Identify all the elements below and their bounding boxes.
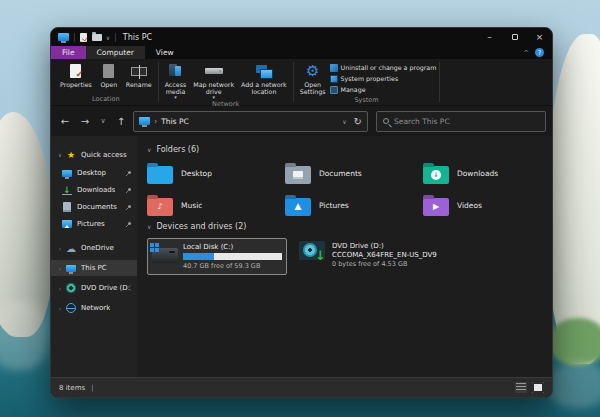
collapse-ribbon-icon[interactable]: ^ — [523, 49, 529, 57]
qat-dropdown-icon[interactable]: ∨ — [106, 34, 110, 41]
add-network-location-icon — [256, 63, 272, 79]
pin-icon[interactable] — [125, 170, 132, 177]
sidebar-item-this-pc[interactable]: › This PC — [51, 260, 137, 276]
explorer-body: ∨ ★ Quick access Desktop ↓ Downloads Doc… — [51, 136, 552, 377]
manage-icon — [330, 86, 338, 94]
maximize-button[interactable] — [502, 28, 527, 46]
disk-used-segment — [183, 253, 214, 260]
tab-view[interactable]: View — [145, 46, 185, 59]
window-title: This PC — [123, 33, 152, 42]
titlebar-separator: | — [73, 33, 76, 42]
breadcrumb-this-pc[interactable]: This PC — [161, 117, 188, 126]
add-network-location-button[interactable]: Add a network location — [238, 61, 290, 95]
rename-button[interactable]: Rename — [123, 61, 155, 88]
sidebar-item-pictures[interactable]: Pictures — [51, 216, 137, 232]
uninstall-program-button[interactable]: Uninstall or change a program — [330, 63, 437, 72]
close-button[interactable]: × — [527, 28, 552, 46]
ribbon-separator — [293, 62, 294, 102]
search-input[interactable] — [394, 117, 539, 126]
up-button[interactable]: ↑ — [113, 116, 129, 127]
desktop-folder-icon — [147, 166, 173, 184]
folder-tile-music[interactable]: ♪ Music — [147, 193, 285, 218]
ribbon-separator — [158, 62, 159, 102]
ribbon-group-network: Access media ▾ Map network drive ▾ Add a… — [160, 59, 292, 105]
help-icon[interactable]: ? — [535, 48, 544, 57]
collapse-section-icon[interactable]: ∨ — [147, 146, 151, 153]
group-label-system: System — [297, 95, 437, 106]
address-bar[interactable]: › This PC ∨ ↻ — [133, 111, 368, 132]
search-icon — [383, 118, 389, 124]
local-disk-tile[interactable]: Local Disk (C:) 40.7 GB free of 59.3 GB — [147, 238, 287, 275]
open-settings-button[interactable]: ⚙ Open Settings — [297, 61, 329, 95]
minimize-button[interactable]: – — [477, 28, 502, 46]
access-media-button[interactable]: Access media ▾ — [162, 61, 190, 99]
folders-section-header: ∨ Folders (6) — [147, 143, 542, 156]
chevron-down-icon[interactable]: ∨ — [56, 152, 64, 158]
chevron-right-icon[interactable]: › — [56, 305, 64, 312]
wallpaper-reflection-left — [0, 300, 48, 370]
sidebar-item-quick-access[interactable]: ∨ ★ Quick access — [51, 147, 137, 163]
properties-icon: ✓ — [70, 63, 81, 79]
folder-tile-videos[interactable]: ▶ Videos — [423, 193, 553, 218]
pin-icon[interactable] — [125, 187, 132, 194]
sidebar-item-documents[interactable]: Documents — [51, 199, 137, 215]
forward-button[interactable]: → — [77, 116, 93, 127]
onedrive-cloud-icon: ☁ — [65, 242, 77, 254]
map-network-drive-button[interactable]: Map network drive ▾ — [190, 61, 237, 99]
network-globe-icon — [65, 302, 77, 314]
manage-button[interactable]: Manage — [330, 85, 437, 94]
refresh-icon[interactable]: ↻ — [354, 116, 362, 127]
status-bar: 8 items | — [51, 377, 552, 397]
chevron-right-icon[interactable]: › — [56, 285, 64, 292]
navigation-pane: ∨ ★ Quick access Desktop ↓ Downloads Doc… — [51, 136, 137, 377]
wallpaper-reflection-right — [550, 362, 600, 408]
chevron-right-icon[interactable]: › — [56, 245, 64, 252]
tab-file[interactable]: File — [51, 46, 86, 59]
window-controls: – × — [477, 28, 552, 46]
videos-folder-icon: ▶ — [423, 198, 449, 216]
sidebar-item-dvd-drive[interactable]: › DVD Drive (D:) CCCO — [51, 280, 137, 296]
sidebar-item-network[interactable]: › Network — [51, 300, 137, 316]
back-button[interactable]: ← — [57, 116, 73, 127]
large-icons-view-button[interactable] — [532, 382, 544, 393]
hard-drive-icon — [152, 248, 178, 263]
qat-new-folder-icon[interactable] — [92, 34, 102, 41]
wallpaper-moss-right — [548, 318, 600, 366]
folder-tile-documents[interactable]: Documents — [285, 161, 423, 186]
pin-icon[interactable] — [125, 204, 132, 211]
folders-grid: Desktop Documents ↓ Downloads ♪ Music — [147, 161, 542, 218]
tab-computer[interactable]: Computer — [86, 46, 145, 59]
properties-button[interactable]: ✓ Properties — [57, 61, 95, 88]
pin-icon[interactable] — [125, 221, 132, 228]
folder-tile-pictures[interactable]: ▲ Pictures — [285, 193, 423, 218]
search-box[interactable] — [376, 111, 546, 132]
open-button[interactable]: Open — [96, 61, 122, 88]
uninstall-icon — [330, 64, 338, 72]
address-dropdown-icon[interactable]: ∨ — [342, 118, 346, 125]
devices-section-header: ∨ Devices and drives (2) — [147, 220, 542, 233]
chevron-right-icon[interactable]: › — [56, 265, 64, 272]
system-properties-icon — [330, 75, 338, 83]
sidebar-item-onedrive[interactable]: › ☁ OneDrive — [51, 240, 137, 256]
qat-properties-icon[interactable] — [80, 33, 87, 42]
dvd-disc-icon — [65, 282, 77, 294]
sidebar-item-desktop[interactable]: Desktop — [51, 165, 137, 181]
map-network-drive-icon — [205, 63, 223, 79]
system-properties-button[interactable]: System properties — [330, 74, 437, 83]
dvd-drive-tile[interactable]: ↓ DVD Drive (D:) CCCOMA_X64FRE_EN-US_DV9… — [299, 238, 437, 268]
collapse-section-icon[interactable]: ∨ — [147, 223, 151, 230]
downloads-icon: ↓ — [61, 184, 73, 196]
rename-icon — [131, 63, 147, 79]
breadcrumb-separator-icon: › — [154, 117, 157, 126]
ribbon: ✓ Properties Open Rename Location — [51, 59, 552, 106]
this-pc-icon — [65, 262, 77, 274]
file-explorer-window: | ∨ | This PC – × File Computer View ^ ? — [50, 27, 553, 398]
details-view-button[interactable] — [515, 382, 527, 393]
folder-tile-downloads[interactable]: ↓ Downloads — [423, 161, 553, 186]
eject-arrow-icon: ↓ — [315, 250, 326, 262]
folder-tile-desktop[interactable]: Desktop — [147, 161, 285, 186]
sidebar-item-downloads[interactable]: ↓ Downloads — [51, 182, 137, 198]
pictures-icon — [61, 218, 73, 230]
music-folder-icon: ♪ — [147, 198, 173, 216]
recent-locations-icon[interactable]: ∨ — [97, 117, 109, 125]
